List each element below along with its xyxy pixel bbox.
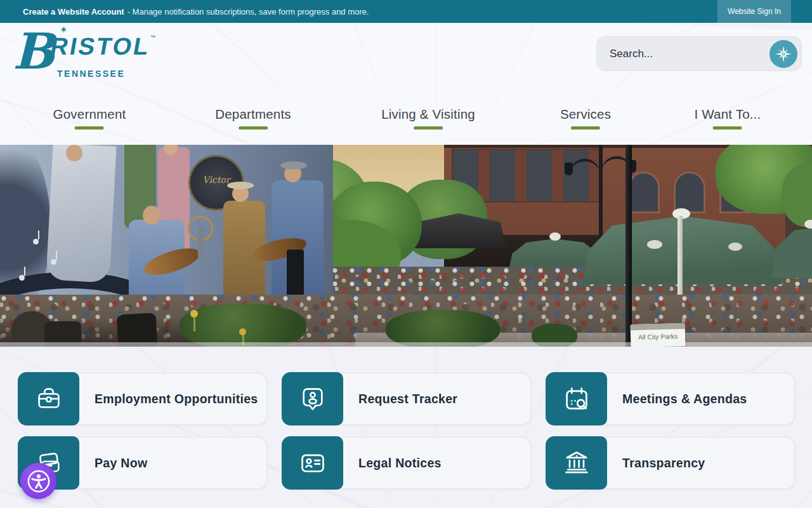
quicklink-legal-notices[interactable]: Legal Notices: [282, 436, 532, 490]
website-signin-button[interactable]: Website Sign In: [717, 0, 791, 23]
arched-window: [674, 171, 705, 213]
bristol-logo[interactable]: B✶RISTOL™ TENNESSEE: [13, 24, 156, 79]
nav-underline: [571, 126, 600, 130]
person-pin-icon: [282, 372, 343, 425]
nav-departments[interactable]: Departments: [215, 107, 291, 130]
quicklink-label: Pay Now: [95, 456, 147, 471]
nav-label: Services: [560, 107, 611, 121]
nav-label: I Want To...: [695, 107, 761, 121]
create-account-link[interactable]: Create a Website Account- Manage notific…: [23, 7, 369, 17]
mural-figure-head: [143, 206, 160, 225]
flower: [239, 328, 246, 335]
site-header: B✶RISTOL™ TENNESSEE Government Departmen…: [0, 23, 812, 145]
quicklink-label: Meetings & Agendas: [622, 392, 747, 406]
logo-letter-b: B: [13, 23, 55, 80]
umbrella-cap: [728, 243, 742, 251]
flower: [190, 310, 198, 318]
nav-label: Government: [53, 107, 126, 121]
bush: [386, 310, 500, 347]
nav-underline: [414, 126, 443, 130]
quicklink-label: Legal Notices: [358, 456, 442, 471]
nav-services[interactable]: Services: [560, 107, 611, 130]
mural-figure-hat: [280, 161, 307, 170]
mural-figure-head: [66, 145, 82, 161]
nav-living-visiting[interactable]: Living & Visiting: [381, 107, 475, 130]
quicklink-meetings-agendas[interactable]: Meetings & Agendas: [546, 372, 796, 425]
create-account-label[interactable]: Create a Website Account: [23, 7, 124, 17]
umbrella-cap: [647, 240, 662, 249]
foreground-pole: [625, 145, 632, 347]
music-note: [19, 275, 25, 281]
lawn-chair: [117, 312, 158, 347]
logo-letters: RISTOL: [48, 33, 152, 60]
music-note: [33, 239, 39, 244]
hero-image: Victor All City Parks: [0, 145, 812, 347]
nav-i-want-to[interactable]: I Want To...: [695, 107, 761, 130]
quicklink-label: Transparency: [622, 456, 705, 471]
logo-wordmark: B✶RISTOL™: [13, 24, 156, 79]
nav-underline: [713, 126, 742, 130]
accessibility-button[interactable]: [20, 463, 56, 499]
nav-underline: [239, 126, 268, 130]
mural-figure-hat: [227, 182, 254, 189]
topbar: Create a Website Account- Manage notific…: [0, 0, 812, 23]
nav-label: Departments: [215, 107, 291, 121]
compass-icon: [774, 44, 793, 64]
briefcase-icon: [18, 372, 79, 425]
quicklink-request-tracker[interactable]: Request Tracker: [282, 372, 532, 425]
search-box: [596, 36, 802, 71]
lamp-head: [565, 163, 573, 175]
arched-window: [628, 171, 660, 213]
nav-government[interactable]: Government: [53, 107, 126, 130]
mural-figure: [46, 145, 116, 283]
quicklink-employment-opportunities[interactable]: Employment Opportunities: [18, 372, 268, 425]
quicklink-label: Employment Opportunities: [95, 392, 258, 406]
government-building-icon: [546, 436, 607, 490]
umbrella-cap: [549, 232, 561, 241]
nav-underline: [75, 126, 104, 130]
music-note: [51, 259, 56, 265]
nav-label: Living & Visiting: [381, 107, 475, 121]
mural-microphone: [198, 226, 204, 259]
quicklink-transparency[interactable]: Transparency: [546, 436, 796, 490]
main-nav: Government Departments Living & Visiting…: [0, 107, 812, 136]
search-button[interactable]: [769, 40, 797, 68]
hero-bottom-fade: [0, 342, 812, 347]
accessibility-icon: [27, 469, 51, 493]
sign-text: All City Parks: [631, 332, 685, 341]
quicklink-label: Request Tracker: [358, 392, 457, 406]
quick-links-grid: Employment Opportunities Request Tracker: [18, 372, 796, 490]
id-card-icon: [282, 436, 343, 490]
calendar-search-icon: [546, 372, 607, 425]
topbar-tagline: - Manage notification subscriptions, sav…: [128, 7, 369, 17]
